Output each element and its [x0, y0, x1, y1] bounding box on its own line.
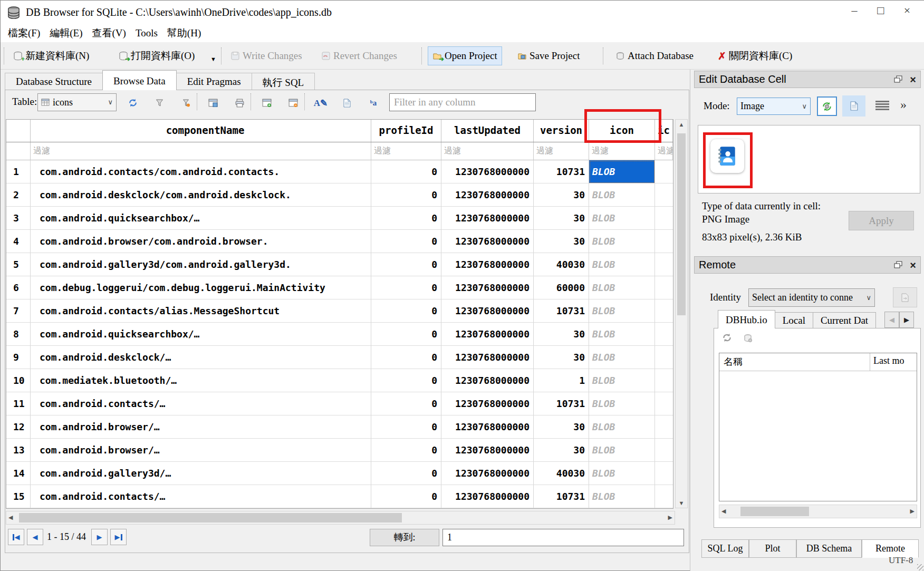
cell-overflow[interactable]	[655, 439, 673, 462]
goto-button[interactable]: 轉到:	[370, 529, 439, 546]
cell-overflow[interactable]	[655, 462, 673, 485]
cell-icon-blob[interactable]: BLOB	[589, 230, 655, 253]
cell-overflow[interactable]	[655, 207, 673, 230]
cell-profileId[interactable]: 0	[371, 323, 441, 346]
cell-profileId[interactable]: 0	[371, 369, 441, 392]
cell-version[interactable]: 10731	[534, 392, 589, 415]
cell-lastUpdated[interactable]: 1230768000000	[441, 485, 534, 508]
cell-componentName[interactable]: com.mediatek.bluetooth/…	[31, 369, 371, 392]
first-page-button[interactable]: ◀	[8, 529, 24, 545]
cell-lastUpdated[interactable]: 1230768000000	[441, 346, 534, 369]
cell-version[interactable]: 10731	[534, 160, 589, 183]
open-project-button[interactable]: ➜ Open Project	[428, 46, 502, 65]
table-row[interactable]: 7 com.android.contacts/alias.MessageShor…	[6, 299, 673, 323]
tab-scroll-right-icon[interactable]: ▶	[899, 312, 914, 328]
cell-overflow[interactable]	[655, 323, 673, 346]
remote-list-column-modified[interactable]: Last mo	[870, 353, 917, 371]
horizontal-scroll-thumb[interactable]	[19, 513, 402, 522]
next-page-button[interactable]: ▶	[91, 529, 108, 545]
cell-version[interactable]: 30	[534, 415, 589, 439]
cell-overflow[interactable]	[655, 160, 673, 183]
cell-profileId[interactable]: 0	[371, 462, 441, 485]
refresh-icon[interactable]	[126, 96, 140, 110]
main-tab[interactable]: Edit Pragmas	[176, 73, 252, 90]
close-panel-icon[interactable]: ×	[910, 74, 916, 85]
cell-version[interactable]: 30	[534, 439, 589, 462]
revert-changes-button[interactable]: Revert Changes	[317, 46, 401, 65]
cell-componentName[interactable]: com.android.gallery3d/com.android.galler…	[31, 253, 371, 276]
scroll-right-icon[interactable]: ▶	[668, 514, 672, 521]
menu-item[interactable]: 查看(V)	[90, 25, 133, 41]
undock-icon[interactable]	[894, 259, 902, 271]
remote-database-list[interactable]: 名稱 Last mo	[719, 353, 917, 501]
table-row[interactable]: 8 com.android.quicksearchbox/… 0 1230768…	[6, 323, 673, 346]
identity-settings-button[interactable]	[893, 287, 917, 307]
table-vertical-scrollbar[interactable]: ▲ ▼	[675, 119, 688, 508]
edit-font-icon[interactable]: A✎	[314, 96, 328, 110]
table-row[interactable]: 10 com.mediatek.bluetooth/… 0 1230768000…	[6, 369, 673, 392]
insert-record-icon[interactable]	[260, 96, 274, 110]
cell-componentName[interactable]: com.android.quicksearchbox/…	[31, 323, 371, 346]
column-header-lastUpdated[interactable]: lastUpdated	[441, 120, 534, 142]
filter-cell[interactable]: 過濾	[655, 142, 673, 160]
auto-switch-mode-button[interactable]	[817, 96, 837, 116]
cell-icon-blob[interactable]: BLOB	[589, 439, 655, 462]
remote-tab[interactable]: Local	[775, 312, 813, 328]
cell-version[interactable]: 30	[534, 346, 589, 369]
cell-overflow[interactable]	[655, 392, 673, 415]
cell-profileId[interactable]: 0	[371, 299, 441, 323]
cell-overflow[interactable]	[655, 253, 673, 276]
open-database-dropdown-arrow[interactable]: ▼	[210, 56, 216, 62]
main-tab[interactable]: Database Structure	[5, 73, 103, 90]
close-database-button[interactable]: ✗ 關閉資料庫(C)	[714, 46, 796, 65]
filter-cell[interactable]: 過濾	[371, 142, 441, 160]
remote-horizontal-scrollbar[interactable]: ◀ ▶	[719, 505, 917, 518]
cell-icon-blob[interactable]: BLOB	[589, 253, 655, 276]
cell-lastUpdated[interactable]: 1230768000000	[441, 299, 534, 323]
cell-icon-blob[interactable]: BLOB	[589, 160, 655, 183]
cell-componentName[interactable]: com.android.deskclock/…	[31, 346, 371, 369]
cell-lastUpdated[interactable]: 1230768000000	[441, 439, 534, 462]
cell-profileId[interactable]: 0	[371, 439, 441, 462]
dock-tab-plot[interactable]: Plot	[749, 539, 796, 558]
menu-item[interactable]: Tools	[133, 26, 165, 40]
text-view-button[interactable]	[842, 95, 865, 117]
scroll-up-icon[interactable]: ▲	[676, 121, 687, 128]
filter-cell[interactable]: 過濾	[441, 142, 534, 160]
cell-version[interactable]: 1	[534, 369, 589, 392]
cell-lastUpdated[interactable]: 1230768000000	[441, 369, 534, 392]
cell-lastUpdated[interactable]: 1230768000000	[441, 160, 534, 183]
open-database-button[interactable]: ➜ 打開資料庫(O)	[114, 46, 199, 65]
cell-lastUpdated[interactable]: 1230768000000	[441, 183, 534, 207]
cell-overflow[interactable]	[655, 299, 673, 323]
maximize-button[interactable]: □	[868, 2, 894, 21]
dock-tab-sql-log[interactable]: SQL Log	[701, 539, 749, 558]
cell-version[interactable]: 10731	[534, 299, 589, 323]
table-row[interactable]: 12 com.android.browser/… 0 1230768000000…	[6, 415, 673, 439]
cell-componentName[interactable]: com.android.gallery3d/…	[31, 462, 371, 485]
filter-input[interactable]	[389, 93, 536, 111]
delete-record-icon[interactable]	[286, 96, 300, 110]
cell-profileId[interactable]: 0	[371, 346, 441, 369]
close-panel-icon[interactable]: ×	[910, 260, 916, 270]
cell-overflow[interactable]	[655, 485, 673, 508]
cell-componentName[interactable]: com.android.browser/com.android.browser.	[31, 230, 371, 253]
cell-icon-blob[interactable]: BLOB	[589, 183, 655, 207]
column-header-overflow[interactable]: ic	[655, 120, 673, 142]
cell-version[interactable]: 30	[534, 230, 589, 253]
cell-overflow[interactable]	[655, 183, 673, 207]
cell-profileId[interactable]: 0	[371, 207, 441, 230]
table-row[interactable]: 5 com.android.gallery3d/com.android.gall…	[6, 253, 673, 276]
cell-icon-blob[interactable]: BLOB	[589, 299, 655, 323]
prev-page-button[interactable]: ◀	[27, 529, 43, 545]
cell-componentName[interactable]: com.debug.loggerui/com.debug.loggerui.Ma…	[31, 276, 371, 299]
cell-icon-blob[interactable]: BLOB	[589, 369, 655, 392]
cell-version[interactable]: 10731	[534, 485, 589, 508]
filter-funnel-icon[interactable]	[152, 96, 166, 110]
cell-version[interactable]: 60000	[534, 276, 589, 299]
cell-icon-blob[interactable]: BLOB	[589, 207, 655, 230]
table-row[interactable]: 1 com.android.contacts/com.android.conta…	[6, 160, 673, 183]
cell-componentName[interactable]: com.android.quicksearchbox/…	[31, 207, 371, 230]
cell-componentName[interactable]: com.android.contacts/com.android.contact…	[31, 160, 371, 183]
cell-lastUpdated[interactable]: 1230768000000	[441, 392, 534, 415]
